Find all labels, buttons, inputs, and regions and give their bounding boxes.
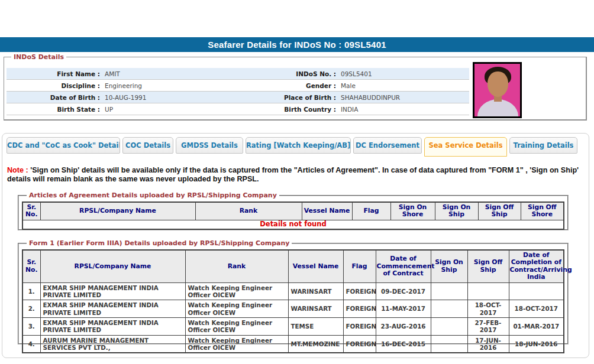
- tab-training-details[interactable]: Training Details: [509, 137, 577, 154]
- indos-row: Date of Birth : 10-AUG-1991 Place of Bir…: [7, 92, 469, 103]
- table-cell: Watch Keeping Engineer Officer OICEW: [185, 335, 288, 353]
- birth-country-label: Birth Country :: [227, 106, 336, 113]
- table-cell: EXMAR SHIP MANAGEMENT INDIA PRIVATE LIMI…: [40, 300, 185, 318]
- table-cell: TEMSE: [288, 318, 343, 336]
- indos-row: First Name : AMIT INDoS No. : 09SL5401: [7, 68, 469, 80]
- col-rpsl-company-name: RPSL/Company Name: [40, 202, 195, 220]
- gender-value: Male: [336, 82, 469, 89]
- table-cell: 1.: [22, 282, 40, 300]
- table-cell: AURUM MARINE MANAGEMENT SERVICES PVT LTD…: [40, 335, 185, 353]
- col-rank: Rank: [185, 250, 288, 282]
- place-of-birth-value: SHAHABUDDINPUR: [336, 94, 469, 101]
- gender-label: Gender :: [227, 82, 336, 89]
- table-row: 3.EXMAR SHIP MANAGEMENT INDIA PRIVATE LI…: [22, 318, 564, 336]
- col-sr-no: Sr. No.: [22, 202, 40, 220]
- table-cell: [431, 300, 467, 318]
- table-cell: 18-OCT-2017: [467, 300, 509, 318]
- table-cell: WARINSART: [288, 282, 343, 300]
- col-flag: Flag: [343, 250, 376, 282]
- form1-details-table: Sr. No. RPSL/Company Name Rank Vessel Na…: [22, 249, 564, 353]
- table-cell: 4.: [22, 335, 40, 353]
- tab-cdc-coc-as-cook-details[interactable]: CDC and "CoC as Cook" Details: [7, 137, 120, 154]
- col-rpsl-company-name: RPSL/Company Name: [40, 250, 185, 282]
- form1-details-legend: Form 1 (Earlier Form IIIA) Details uploa…: [27, 239, 292, 247]
- tab-rating-watch-keeping-ab[interactable]: Rating [Watch Keeping/AB]: [246, 137, 351, 154]
- table-header-row: Sr. No. RPSL/Company Name Rank Vessel Na…: [22, 202, 564, 220]
- table-cell: 11-MAY-2017: [376, 300, 431, 318]
- tab-gmdss-details[interactable]: GMDSS Details: [176, 137, 243, 154]
- col-sr-no: Sr. No.: [22, 250, 40, 282]
- indos-details-grid: First Name : AMIT INDoS No. : 09SL5401 D…: [7, 68, 469, 115]
- tab-dc-endorsement[interactable]: DC Endorsement: [353, 137, 422, 154]
- table-cell: 23-AUG-2016: [376, 318, 431, 336]
- sign-on-ship-note: Note : 'Sign on Ship' details will be av…: [7, 166, 588, 184]
- seafarer-photo: [473, 62, 522, 118]
- col-rank: Rank: [195, 202, 302, 220]
- tab-coc-details[interactable]: COC Details: [122, 137, 173, 154]
- details-not-found-message: Details not found: [22, 220, 564, 229]
- table-cell: 09-DEC-2017: [376, 282, 431, 300]
- table-cell: FOREIGN: [343, 300, 376, 318]
- table-cell: [431, 335, 467, 353]
- tab-panel: CDC and "CoC as Cook" Details COC Detail…: [2, 133, 589, 358]
- table-cell: FOREIGN: [343, 335, 376, 353]
- articles-of-agreement-legend: Articles of Agreement Details uploaded b…: [27, 191, 279, 199]
- col-vessel-name: Vessel Name: [288, 250, 343, 282]
- indos-no-label: INDoS No. :: [227, 70, 336, 77]
- table-cell: [467, 282, 509, 300]
- col-sign-off-shore: Sign Off Shore: [521, 202, 564, 220]
- table-cell: Watch Keeping Engineer Officer OICEW: [185, 318, 288, 336]
- table-cell: Watch Keeping Engineer Officer OICEW: [185, 300, 288, 318]
- form1-details-fieldset: Form 1 (Earlier Form IIIA) Details uploa…: [18, 239, 569, 344]
- indos-no-value: 09SL5401: [336, 70, 469, 77]
- table-cell: [431, 318, 467, 336]
- date-of-birth-label: Date of Birth :: [7, 94, 100, 101]
- discipline-value: Engineering: [100, 82, 227, 89]
- birth-country-value: INDIA: [336, 106, 469, 113]
- table-cell: EXMAR SHIP MANAGEMENT INDIA PRIVATE LIMI…: [40, 282, 185, 300]
- photo-shoulders: [477, 99, 518, 118]
- table-cell: 18-OCT-2017: [509, 300, 564, 318]
- col-vessel-name: Vessel Name: [302, 202, 352, 220]
- col-date-of-completion: Date of Completion of Contract/Arriving …: [509, 250, 564, 282]
- col-sign-off-ship: Sign Off Ship: [467, 250, 509, 282]
- tab-sea-service-details[interactable]: Sea Service Details: [424, 137, 507, 157]
- table-cell: Watch Keeping Engineer Officer OICEW: [185, 282, 288, 300]
- discipline-label: Discipline :: [7, 82, 100, 89]
- first-name-label: First Name :: [7, 70, 100, 77]
- tab-strip: CDC and "CoC as Cook" Details COC Detail…: [7, 137, 577, 157]
- indos-details-legend: INDoS Details: [11, 53, 66, 61]
- table-cell: FOREIGN: [343, 318, 376, 336]
- articles-of-agreement-table: Sr. No. RPSL/Company Name Rank Vessel Na…: [22, 202, 564, 230]
- empty-message-row: Details not found: [22, 220, 564, 229]
- table-cell: 16-DEC-2015: [376, 335, 431, 353]
- birth-state-value: UP: [100, 106, 227, 113]
- table-cell: FOREIGN: [343, 282, 376, 300]
- col-sign-on-shore: Sign On Shore: [390, 202, 435, 220]
- table-cell: [431, 282, 467, 300]
- col-sign-on-ship: Sign On Ship: [431, 250, 467, 282]
- table-row: 1.EXMAR SHIP MANAGEMENT INDIA PRIVATE LI…: [22, 282, 564, 300]
- table-row: 4.AURUM MARINE MANAGEMENT SERVICES PVT L…: [22, 335, 564, 353]
- birth-state-label: Birth State :: [7, 106, 100, 113]
- table-cell: 01-MAR-2017: [509, 318, 564, 336]
- first-name-value: AMIT: [100, 70, 227, 77]
- table-row: 2.EXMAR SHIP MANAGEMENT INDIA PRIVATE LI…: [22, 300, 564, 318]
- table-cell: 27-FEB-2017: [467, 318, 509, 336]
- place-of-birth-label: Place of Birth :: [227, 94, 336, 101]
- table-cell: 17-JUN-2016: [467, 335, 509, 353]
- table-cell: 3.: [22, 318, 40, 336]
- note-label: Note :: [7, 166, 28, 174]
- table-cell: 2.: [22, 300, 40, 318]
- date-of-birth-value: 10-AUG-1991: [100, 94, 227, 101]
- col-date-of-commencement: Date of Commencement of Contract: [376, 250, 431, 282]
- table-cell: 18-JUN-2016: [509, 335, 564, 353]
- table-cell: WARINSART: [288, 300, 343, 318]
- indos-row: Birth State : UP Birth Country : INDIA: [7, 103, 469, 115]
- articles-of-agreement-fieldset: Articles of Agreement Details uploaded b…: [18, 191, 569, 230]
- col-flag: Flag: [352, 202, 390, 220]
- table-cell: [509, 282, 564, 300]
- indos-row: Discipline : Engineering Gender : Male: [7, 80, 469, 92]
- note-text: 'Sign on Ship' details will be available…: [7, 166, 579, 183]
- table-cell: MT.MEMOZINE: [288, 335, 343, 353]
